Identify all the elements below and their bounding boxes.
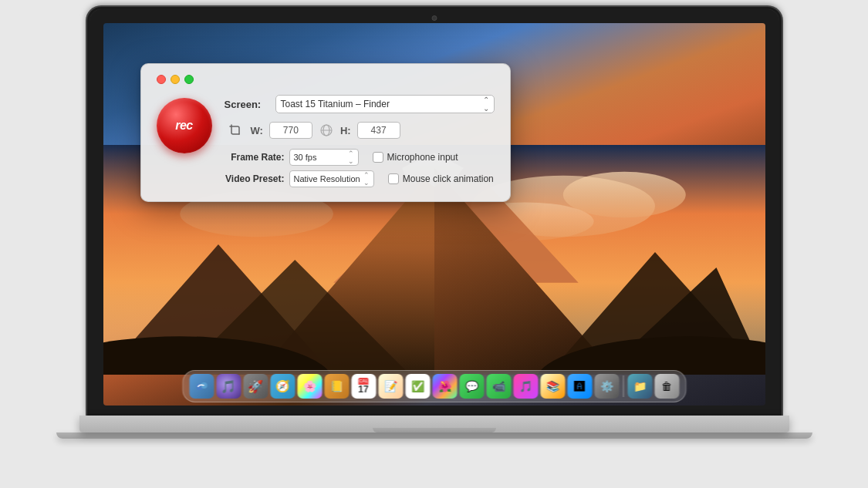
dock-icon-finder[interactable] <box>189 374 214 399</box>
frame-rate-arrow: ⌃⌄ <box>348 150 354 165</box>
dock-separator <box>623 375 623 397</box>
frame-rate-select[interactable]: 30 fps ⌃⌄ <box>289 149 359 166</box>
frame-rate-row: Frame Rate: 30 fps ⌃⌄ Microphone input <box>225 149 495 166</box>
width-value: 770 <box>283 125 299 136</box>
microphone-group: Microphone input <box>373 152 458 163</box>
dock-icon-contacts[interactable]: 📒 <box>324 374 349 399</box>
crop-icon <box>226 121 245 140</box>
dock-icon-appstore[interactable]: 🅰 <box>567 374 592 399</box>
dock-icon-safari[interactable]: 🧭 <box>270 374 295 399</box>
microphone-checkbox[interactable] <box>373 152 383 163</box>
close-button[interactable] <box>157 75 166 84</box>
dimensions-row: W: 770 <box>225 121 495 140</box>
dialog-controls: Screen: Toast 15 Titanium – Finder ⌃⌄ <box>225 95 495 187</box>
dock-icon-calendar[interactable]: CAL17 <box>351 374 376 399</box>
minimize-button[interactable] <box>171 75 180 84</box>
width-label: W: <box>251 125 263 136</box>
macbook-base <box>79 416 789 432</box>
dialog-titlebar <box>157 75 495 84</box>
screen-field-label: Screen: <box>225 99 268 110</box>
mouse-click-label: Mouse click animation <box>403 173 494 184</box>
video-preset-value: Native Resolution <box>294 174 360 183</box>
macbook-bezel: 🎵 🚀 🧭 🌸 📒 <box>90 9 779 413</box>
dock-icon-facetime[interactable]: 📹 <box>486 374 511 399</box>
frame-rate-value: 30 fps <box>294 153 317 162</box>
rec-button[interactable]: rec <box>157 98 212 153</box>
dock-icon-trash[interactable]: 🗑 <box>654 374 679 399</box>
video-preset-label: Video Preset: <box>225 173 285 184</box>
mouse-click-group: Mouse click animation <box>388 173 494 184</box>
dock-icon-finder2[interactable]: 📁 <box>627 374 652 399</box>
video-preset-select[interactable]: Native Resolution ⌃⌄ <box>289 170 374 187</box>
dock: 🎵 🚀 🧭 🌸 📒 <box>182 370 686 402</box>
dock-icon-siri[interactable]: 🎵 <box>216 374 241 399</box>
mouse-click-checkbox[interactable] <box>388 173 399 184</box>
dock-icon-notes[interactable]: 📝 <box>378 374 403 399</box>
dock-icon-ibooks[interactable]: 📚 <box>540 374 565 399</box>
dock-icon-reminders[interactable]: ✅ <box>405 374 430 399</box>
screen-row: Screen: Toast 15 Titanium – Finder ⌃⌄ <box>225 95 495 113</box>
screen-select-value: Toast 15 Titanium – Finder <box>281 99 390 109</box>
dock-icon-photos2[interactable]: 🌺 <box>432 374 457 399</box>
select-arrow-icon: ⌃⌄ <box>483 96 489 113</box>
frame-rate-label: Frame Rate: <box>225 152 285 163</box>
video-preset-row: Video Preset: Native Resolution ⌃⌄ Mouse… <box>225 170 495 187</box>
link-icon <box>319 123 334 138</box>
maximize-button[interactable] <box>184 75 194 84</box>
width-input[interactable]: 770 <box>269 122 312 139</box>
dialog-body: rec Screen: Toast 15 Titanium – Finder ⌃… <box>157 95 495 187</box>
video-preset-arrow: ⌃⌄ <box>363 171 370 187</box>
height-value: 437 <box>371 125 387 136</box>
macbook-lid: 🎵 🚀 🧭 🌸 📒 <box>87 7 782 416</box>
dock-icon-itunes[interactable]: 🎵 <box>513 374 538 399</box>
macbook-screen: 🎵 🚀 🧭 🌸 📒 <box>103 23 765 406</box>
recording-dialog: rec Screen: Toast 15 Titanium – Finder ⌃… <box>140 63 511 202</box>
macbook-foot <box>56 432 812 439</box>
macbook-container: 🎵 🚀 🧭 🌸 📒 <box>56 7 812 481</box>
screen-select[interactable]: Toast 15 Titanium – Finder ⌃⌄ <box>275 95 495 113</box>
dock-icon-launchpad[interactable]: 🚀 <box>243 374 268 399</box>
height-input[interactable]: 437 <box>357 122 400 139</box>
microphone-label: Microphone input <box>387 152 458 163</box>
dock-icon-messages[interactable]: 💬 <box>459 374 484 399</box>
dock-icon-photos[interactable]: 🌸 <box>297 374 322 399</box>
camera-icon <box>431 15 437 21</box>
rec-label: rec <box>175 119 193 133</box>
dock-icon-sysprefs[interactable]: ⚙️ <box>594 374 619 399</box>
height-label: H: <box>340 125 351 136</box>
